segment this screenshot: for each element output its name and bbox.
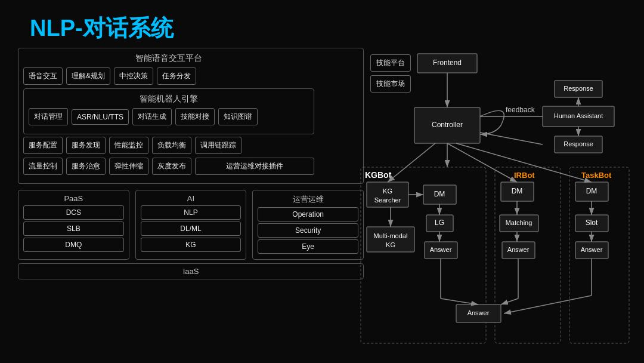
left-panel: 智能语音交互平台 语音交互 理解&规划 中控决策 任务分发 智能机器人引擎 对话…	[18, 48, 364, 346]
svg-line-40	[504, 296, 592, 313]
platform-container: 智能语音交互平台 语音交互 理解&规划 中控决策 任务分发 智能机器人引擎 对话…	[18, 48, 364, 184]
box-dialog-mgmt: 对话管理	[29, 108, 68, 125]
ops-title: 运营运维	[258, 194, 358, 205]
box-asr: ASR/NLU/TTS	[72, 109, 129, 125]
taskbot-label: TaskBot	[581, 171, 612, 180]
robot-container: 智能机器人引擎 对话管理 ASR/NLU/TTS 对话生成 技能对接 知识图谱	[23, 88, 314, 134]
paas-title: PaaS	[23, 194, 124, 203]
svg-line-8	[480, 133, 543, 144]
robot-title: 智能机器人引擎	[29, 94, 309, 104]
svg-line-36	[441, 299, 478, 304]
response2-label: Response	[564, 140, 593, 147]
platform-row1: 语音交互 理解&规划 中控决策 任务分发	[23, 67, 314, 85]
svg-line-42	[447, 143, 517, 182]
box-dmq: DMQ	[23, 238, 124, 252]
dm3-label: DM	[586, 187, 597, 195]
right-panel: Frontend Controller feedback Response Hu…	[358, 48, 632, 352]
matching-label: Matching	[506, 219, 532, 226]
paas-col: PaaS DCS SLB DMQ	[18, 190, 129, 260]
page-title: NLP-对话系统	[30, 13, 174, 44]
svg-line-38	[501, 299, 518, 304]
lg-label: LG	[435, 219, 444, 227]
box-elastic: 弹性伸缩	[109, 158, 148, 175]
kg-searcher-line2: Searcher	[374, 196, 401, 204]
kg-searcher-line1: KG	[383, 187, 392, 195]
multimodal-line1: Multi-modal	[374, 232, 408, 239]
row4: 流量控制 服务治愈 弹性伸缩 灰度发布 运营运维对接插件	[23, 158, 314, 175]
box-svc-config: 服务配置	[23, 137, 63, 154]
box-gray: 灰度发布	[152, 158, 191, 175]
multimodal-line2: KG	[386, 241, 395, 248]
slot-label: Slot	[586, 219, 598, 227]
box-kg: KG	[141, 238, 242, 252]
box-knowledge: 知识图谱	[218, 108, 258, 125]
box-dialog-gen: 对话生成	[132, 108, 172, 125]
answer2-label: Answer	[507, 246, 530, 253]
robot-row1: 对话管理 ASR/NLU/TTS 对话生成 技能对接 知识图谱	[29, 108, 309, 125]
box-dcs: DCS	[23, 205, 124, 220]
frontend-label: Frontend	[433, 59, 462, 67]
dm1-label: DM	[434, 190, 445, 198]
box-dlml: DL/ML	[141, 222, 242, 236]
bottom-section: PaaS DCS SLB DMQ AI NLP DL/ML KG 运营运维 Op…	[18, 190, 364, 260]
box-call-trace: 调用链跟踪	[195, 137, 242, 154]
platform-title: 智能语音交互平台	[23, 53, 314, 64]
answer1-label: Answer	[430, 246, 452, 253]
irbot-label: IRBot	[514, 171, 535, 180]
ops-col: 运营运维 Operation Security Eye	[252, 190, 364, 260]
kgbot-label: KGBot	[365, 170, 392, 180]
row3: 服务配置 服务发现 性能监控 负载均衡 调用链跟踪	[23, 137, 314, 154]
architecture-diagram: Frontend Controller feedback Response Hu…	[358, 48, 632, 352]
box-control: 中控决策	[114, 67, 153, 85]
box-operation: Operation	[258, 207, 358, 222]
box-perf-monitor: 性能监控	[109, 137, 148, 154]
box-voice: 语音交互	[23, 67, 63, 85]
box-flow-ctrl: 流量控制	[23, 158, 63, 175]
controller-label: Controller	[432, 121, 463, 129]
answer3-label: Answer	[581, 246, 603, 253]
box-load-balance: 负载均衡	[152, 137, 191, 154]
box-svc-discover: 服务发现	[66, 137, 106, 154]
response1-label: Response	[564, 85, 593, 92]
box-svc-heal: 服务治愈	[66, 158, 106, 175]
box-ops-plugin: 运营运维对接插件	[195, 158, 314, 175]
ai-col: AI NLP DL/ML KG	[135, 190, 247, 260]
box-security: Security	[258, 223, 358, 238]
box-understand: 理解&规划	[66, 67, 110, 85]
box-eye: Eye	[258, 239, 358, 254]
human-assistant-label: Human Assistant	[554, 112, 603, 119]
box-task-dispatch: 任务分发	[157, 67, 196, 85]
answer-bottom-label: Answer	[467, 309, 490, 316]
box-skill-connect: 技能对接	[175, 108, 215, 125]
box-nlp: NLP	[141, 205, 242, 220]
box-slb: SLB	[23, 222, 124, 236]
feedback-text: feedback	[506, 106, 535, 114]
dm2-label: DM	[512, 187, 523, 195]
iaas-bar: IaaS	[18, 263, 364, 279]
ai-title: AI	[141, 194, 242, 203]
svg-line-41	[388, 143, 435, 182]
